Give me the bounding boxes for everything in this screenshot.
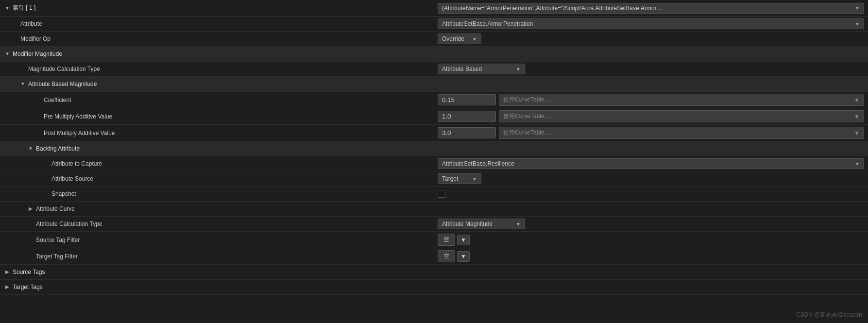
modifier-op-left: Modifier Op: [0, 32, 434, 46]
index-header-right: (AttributeName="ArmorPenetration",Attrib…: [434, 0, 868, 16]
source-tag-filter-row: Source Tag Filter 空 ▼: [0, 232, 868, 248]
coefficient-curve-dropdown[interactable]: 使用CurveTable..... ▼: [499, 94, 864, 106]
backing-attr-right: [434, 141, 868, 156]
attr-calc-type-right: Attribute Magnitude ▼: [434, 217, 868, 231]
attr-curve-label-cell: Attribute Curve: [0, 204, 434, 214]
target-tags-right: [434, 280, 868, 294]
attribute-chevron: ▼: [855, 21, 860, 27]
attr-calc-type-label-cell: Attribute Calculation Type: [0, 219, 434, 229]
attr-to-capture-dropdown[interactable]: AttributeSetBase.Resilience ▼: [438, 158, 864, 169]
magnitude-calc-left: Magnitude Calculation Type: [0, 62, 434, 76]
index-header-row: 索引 [ 1 ] (AttributeName="ArmorPenetratio…: [0, 0, 868, 17]
attribute-right: AttributeSetBase.ArmorPenetration ▼: [434, 17, 868, 31]
coefficient-input[interactable]: [438, 94, 496, 105]
attr-source-right: Target ▼: [434, 171, 868, 186]
index-label: 索引 [ 1 ]: [13, 4, 35, 12]
modifier-magnitude-right: [434, 47, 868, 61]
modifier-op-right: Override ▼: [434, 32, 868, 46]
pre-multiply-curve-dropdown[interactable]: 使用CurveTable..... ▼: [499, 110, 864, 122]
attr-to-capture-row: Attribute to Capture AttributeSetBase.Re…: [0, 156, 868, 171]
attr-curve-arrow[interactable]: [27, 205, 34, 212]
source-tags-right: [434, 265, 868, 279]
magnitude-calc-dropdown[interactable]: Attribute Based ▼: [438, 64, 525, 74]
snapshot-row: Snapshot: [0, 187, 868, 202]
target-tag-filter-tags: 空 ▼: [438, 250, 470, 262]
target-tag-filter-row: Target Tag Filter 空 ▼: [0, 248, 868, 265]
target-tag-filter-chevron-icon: ▼: [460, 253, 466, 260]
post-multiply-right: 使用CurveTable..... ▼: [434, 125, 868, 141]
target-tags-row: Target Tags: [0, 280, 868, 295]
attr-curve-right: [434, 202, 868, 216]
post-multiply-input[interactable]: [438, 127, 496, 138]
source-tag-filter-right: 空 ▼: [434, 232, 868, 248]
attr-to-capture-left: Attribute to Capture: [0, 156, 434, 171]
backing-attr-arrow[interactable]: [27, 145, 34, 152]
post-multiply-left: Post Multiply Additive Value: [0, 125, 434, 141]
post-multiply-row: Post Multiply Additive Value 使用CurveTabl…: [0, 125, 868, 141]
index-header-value: (AttributeName="ArmorPenetration",Attrib…: [442, 5, 665, 12]
attr-to-capture-value: AttributeSetBase.Resilience: [442, 160, 514, 167]
pre-multiply-input[interactable]: [438, 111, 496, 122]
source-tag-filter-chevron-btn[interactable]: ▼: [457, 235, 470, 245]
target-tag-filter-empty-tag: 空: [438, 250, 455, 262]
modifier-op-label-cell: Modifier Op: [0, 34, 434, 44]
modifier-op-value: Override: [442, 35, 464, 42]
attr-to-capture-label: Attribute to Capture: [51, 160, 102, 167]
modifier-magnitude-arrow[interactable]: [4, 51, 11, 57]
index-expand-arrow[interactable]: [4, 5, 11, 12]
pre-multiply-left: Pre Multiply Additive Value: [0, 108, 434, 124]
index-header-dropdown[interactable]: (AttributeName="ArmorPenetration",Attrib…: [438, 3, 864, 14]
attribute-row: Attribute AttributeSetBase.ArmorPenetrat…: [0, 17, 868, 32]
attr-to-capture-chevron: ▼: [855, 161, 860, 167]
modifier-op-chevron: ▼: [472, 36, 477, 42]
target-tags-label: Target Tags: [13, 284, 43, 290]
pre-multiply-row: Pre Multiply Additive Value 使用CurveTable…: [0, 108, 868, 125]
attribute-label-cell: Attribute: [0, 18, 434, 29]
magnitude-calc-value: Attribute Based: [442, 66, 482, 72]
post-multiply-curve-dropdown[interactable]: 使用CurveTable..... ▼: [499, 127, 864, 139]
pre-multiply-curve-chevron: ▼: [854, 113, 860, 120]
attr-source-label-cell: Attribute Source: [0, 173, 434, 184]
attr-based-mag-left: Attribute Based Magnitude: [0, 77, 434, 91]
modifier-magnitude-label-cell: Modifier Magnitude: [0, 49, 434, 59]
backing-attr-label: Backing Attribute: [36, 145, 80, 152]
attr-based-mag-label: Attribute Based Magnitude: [28, 81, 97, 87]
coefficient-curve-chevron: ▼: [854, 97, 860, 103]
source-tag-filter-label: Source Tag Filter: [36, 237, 80, 243]
source-tags-arrow[interactable]: [4, 269, 11, 275]
modifier-magnitude-row: Modifier Magnitude: [0, 47, 868, 62]
attr-calc-type-chevron: ▼: [516, 221, 521, 227]
modifier-op-dropdown[interactable]: Override ▼: [438, 34, 481, 44]
attr-source-label: Attribute Source: [51, 175, 93, 182]
attr-based-mag-arrow[interactable]: [19, 81, 26, 87]
attr-based-mag-label-cell: Attribute Based Magnitude: [0, 79, 434, 89]
post-multiply-curve-label: 使用CurveTable.....: [503, 129, 552, 137]
watermark: CSDN @暮志未晚season: [796, 311, 862, 319]
source-tags-row: Source Tags: [0, 265, 868, 280]
magnitude-calc-chevron: ▼: [516, 67, 521, 72]
source-tags-label-cell: Source Tags: [0, 267, 434, 277]
modifier-magnitude-label: Modifier Magnitude: [13, 51, 62, 57]
coefficient-right: 使用CurveTable..... ▼: [434, 92, 868, 108]
attribute-value: AttributeSetBase.ArmorPenetration: [442, 20, 533, 27]
snapshot-checkbox[interactable]: [438, 190, 445, 198]
pre-multiply-label-cell: Pre Multiply Additive Value: [0, 111, 434, 122]
snapshot-right: [434, 187, 868, 201]
attribute-left: Attribute: [0, 17, 434, 31]
snapshot-left: Snapshot: [0, 187, 434, 201]
attr-source-dropdown[interactable]: Target ▼: [438, 173, 481, 184]
attr-calc-type-dropdown[interactable]: Attribute Magnitude ▼: [438, 219, 525, 229]
target-tag-filter-chevron-btn[interactable]: ▼: [457, 251, 470, 262]
attr-calc-type-left: Attribute Calculation Type: [0, 217, 434, 231]
post-multiply-label: Post Multiply Additive Value: [44, 130, 115, 136]
attr-to-capture-right: AttributeSetBase.Resilience ▼: [434, 156, 868, 171]
attr-calc-type-value: Attribute Magnitude: [442, 221, 493, 227]
magnitude-calc-label: Magnitude Calculation Type: [28, 66, 100, 72]
modifier-op-row: Modifier Op Override ▼: [0, 32, 868, 47]
index-header-left: 索引 [ 1 ]: [0, 0, 434, 16]
attr-source-left: Attribute Source: [0, 171, 434, 186]
attr-based-mag-right: [434, 77, 868, 91]
attribute-dropdown[interactable]: AttributeSetBase.ArmorPenetration ▼: [438, 18, 864, 29]
source-tag-filter-chevron-icon: ▼: [460, 237, 466, 243]
target-tags-arrow[interactable]: [4, 284, 11, 290]
